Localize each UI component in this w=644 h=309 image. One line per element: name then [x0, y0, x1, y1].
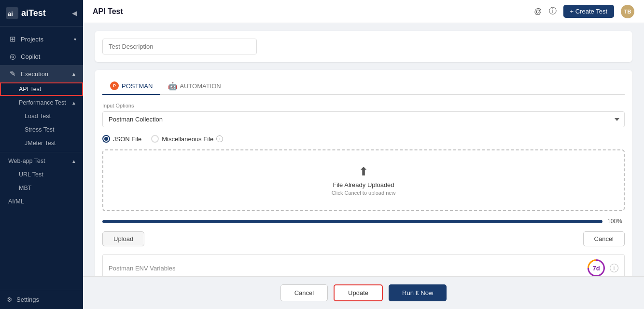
radio-group: JSON File Miscellaneous File i: [102, 135, 625, 143]
sidebar-header: ai aiTest ◀: [0, 0, 83, 27]
upload-area-title: File Already Uploaded: [113, 181, 614, 188]
env-row-actions: 7d i: [588, 259, 618, 276]
progress-bar-fill: [102, 220, 602, 223]
misc-radio-btn: [151, 135, 159, 143]
sidebar-footer: ⚙ Settings: [0, 290, 83, 309]
grid-icon: ⊞: [8, 35, 17, 43]
performance-chevron: ▲: [71, 100, 76, 106]
progress-percent: 100%: [607, 218, 625, 225]
topbar-actions: @ ⓘ + Create Test TB: [534, 5, 634, 18]
page-title: API Test: [93, 7, 123, 16]
mbt-label: MBT: [19, 185, 31, 191]
postman-icon: P: [110, 81, 119, 90]
sidebar-item-execution[interactable]: ✎ Execution ▲: [0, 65, 83, 82]
settings-item[interactable]: ⚙ Settings: [7, 296, 76, 303]
svg-text:ai: ai: [8, 10, 13, 17]
sidebar-item-copilot[interactable]: ◎ Copilot: [0, 48, 83, 65]
web-app-chevron: ▲: [71, 159, 76, 164]
logo-text: aiTest: [21, 8, 46, 18]
misc-file-radio[interactable]: Miscellaneous File i: [151, 135, 223, 143]
create-test-button[interactable]: + Create Test: [563, 5, 614, 18]
copilot-icon: ◎: [8, 52, 17, 61]
env-info-icon[interactable]: i: [610, 264, 618, 272]
progress-bar-wrap: [102, 220, 602, 223]
footer-actions: Cancel Update Run It Now: [83, 276, 644, 309]
input-options-dropdown[interactable]: Postman Collection Environment File Raw …: [102, 111, 625, 127]
run-it-now-button[interactable]: Run It Now: [389, 284, 447, 301]
url-test-label: URL Test: [19, 171, 43, 178]
logo-icon: ai: [6, 7, 18, 19]
web-app-test-label: Web-app Test: [8, 158, 45, 164]
automation-icon: 🤖: [168, 81, 177, 90]
upload-button[interactable]: Upload: [102, 231, 144, 246]
json-file-radio[interactable]: JSON File: [102, 135, 141, 143]
execution-chevron: ▲: [71, 71, 76, 77]
misc-file-label: Miscellaneous File: [162, 135, 213, 143]
sidebar-item-stress-test[interactable]: Stress Test: [0, 123, 83, 136]
upload-buttons-row: Upload Cancel: [102, 231, 625, 246]
upload-area-subtitle: Click Cancel to upload new: [113, 190, 614, 196]
sidebar-nav: ⊞ Projects ▾ ◎ Copilot ✎ Execution ▲ API…: [0, 27, 83, 290]
main-form-card: P POSTMAN 🤖 AUTOMATION Input Options Pos…: [95, 70, 632, 276]
tab-postman-label: POSTMAN: [122, 82, 153, 90]
settings-label: Settings: [16, 296, 39, 303]
upload-icon: ⬆: [113, 165, 614, 178]
sidebar-item-api-test[interactable]: API Test: [0, 82, 83, 96]
logo-area: ai aiTest: [6, 7, 46, 19]
topbar: API Test @ ⓘ + Create Test TB: [83, 0, 644, 23]
cancel-button[interactable]: Cancel: [280, 284, 328, 301]
tab-automation-label: AUTOMATION: [180, 82, 221, 90]
cancel-upload-button[interactable]: Cancel: [583, 231, 625, 246]
execution-icon: ✎: [8, 69, 17, 78]
tab-automation[interactable]: 🤖 AUTOMATION: [160, 78, 228, 95]
execution-label: Execution: [21, 70, 48, 78]
main-content: API Test @ ⓘ + Create Test TB P POSTMAN …: [83, 0, 644, 309]
load-test-label: Load Test: [25, 113, 51, 120]
projects-label: Projects: [21, 36, 43, 43]
api-test-label: API Test: [19, 86, 41, 93]
sidebar-item-load-test[interactable]: Load Test: [0, 109, 83, 123]
sidebar-item-web-app-test[interactable]: Web-app Test ▲: [0, 154, 83, 168]
misc-info-icon[interactable]: i: [216, 135, 223, 142]
json-radio-btn: [102, 135, 110, 143]
jmeter-test-label: JMeter Test: [25, 140, 56, 147]
env-variables-row: Postman ENV Variables 7d i: [102, 254, 625, 276]
progress-row: 100%: [102, 218, 625, 225]
settings-icon: ⚙: [7, 296, 13, 303]
upload-area[interactable]: ⬆ File Already Uploaded Click Cancel to …: [102, 149, 625, 211]
update-button[interactable]: Update: [334, 284, 383, 301]
sidebar-item-mbt[interactable]: MBT: [0, 181, 83, 195]
info-icon-button[interactable]: ⓘ: [549, 6, 557, 16]
sidebar-item-jmeter-test[interactable]: JMeter Test: [0, 136, 83, 150]
sidebar-item-ai-ml[interactable]: AI/ML: [0, 195, 83, 208]
page-body: P POSTMAN 🤖 AUTOMATION Input Options Pos…: [83, 23, 644, 276]
input-options-label: Input Options: [102, 103, 625, 108]
sidebar-item-projects[interactable]: ⊞ Projects ▾: [0, 30, 83, 48]
email-icon-button[interactable]: @: [534, 7, 542, 16]
json-file-label: JSON File: [113, 135, 141, 143]
copilot-label: Copilot: [21, 53, 40, 60]
description-card: [95, 31, 632, 62]
projects-chevron: ▾: [74, 37, 76, 42]
sidebar: ai aiTest ◀ ⊞ Projects ▾ ◎ Copilot ✎ Exe…: [0, 0, 83, 309]
badge-7d: 7d: [588, 259, 605, 276]
performance-test-label: Performance Test: [19, 99, 66, 106]
avatar: TB: [621, 5, 634, 18]
divider: [0, 152, 83, 152]
collapse-sidebar-button[interactable]: ◀: [72, 9, 77, 17]
ai-ml-label: AI/ML: [8, 198, 24, 205]
sidebar-item-url-test[interactable]: URL Test: [0, 168, 83, 181]
sidebar-item-performance-test[interactable]: Performance Test ▲: [0, 96, 83, 109]
tab-postman[interactable]: P POSTMAN: [102, 78, 160, 95]
env-variables-label: Postman ENV Variables: [109, 265, 176, 272]
stress-test-label: Stress Test: [25, 126, 55, 133]
test-description-input[interactable]: [102, 39, 257, 54]
tabs-container: P POSTMAN 🤖 AUTOMATION: [102, 78, 625, 95]
